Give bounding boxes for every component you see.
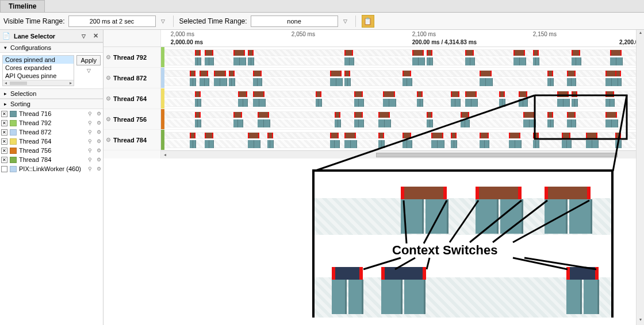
- timeline-event[interactable]: [427, 50, 432, 56]
- timeline-event[interactable]: [509, 133, 520, 138]
- timeline-lane[interactable]: ⚙Thread 792: [103, 47, 644, 68]
- selected-range-dropdown-icon[interactable]: ▽: [342, 17, 350, 25]
- timeline-event[interactable]: [205, 133, 213, 138]
- timeline-event[interactable]: [238, 91, 247, 97]
- checkbox[interactable]: ✕: [1, 120, 7, 126]
- lane-selector-close-icon[interactable]: ✕: [91, 32, 101, 40]
- timeline-event[interactable]: [214, 71, 225, 76]
- timeline-event-child[interactable]: [485, 140, 489, 148]
- timeline-event-child[interactable]: [572, 78, 576, 86]
- timeline-event-child[interactable]: [572, 57, 576, 65]
- checkbox[interactable]: ✕: [1, 157, 7, 163]
- timeline-vertical-scrollbar[interactable]: ▴ ▾: [636, 30, 644, 325]
- timeline-event-child[interactable]: [551, 119, 554, 127]
- timeline-event[interactable]: [233, 112, 242, 118]
- checkbox[interactable]: ✕: [1, 138, 7, 145]
- visible-range-dropdown-icon[interactable]: ▽: [159, 17, 167, 25]
- timeline-horizontal-scrollbar[interactable]: ◂ ▸: [161, 150, 644, 158]
- timeline-event-child[interactable]: [253, 99, 259, 107]
- timeline-event[interactable]: [615, 133, 621, 138]
- thread-list-item[interactable]: PIX::LinkWorker (460)⚲⚙: [0, 164, 103, 173]
- thread-list-item[interactable]: ✕Thread 784⚲⚙: [0, 155, 103, 164]
- timeline-event[interactable]: [229, 71, 235, 76]
- timeline-event-child[interactable]: [330, 78, 336, 86]
- time-ruler[interactable]: 2,000 ms2,000.00 ms2,050 ms2,100 ms200.0…: [103, 30, 644, 47]
- timeline-event[interactable]: [195, 50, 201, 56]
- timeline-event-child[interactable]: [480, 78, 486, 86]
- timeline-event-child[interactable]: [335, 140, 339, 148]
- timeline-event[interactable]: [431, 133, 443, 138]
- timeline-event-child[interactable]: [465, 57, 470, 65]
- timeline-event-child[interactable]: [513, 57, 520, 65]
- selection-section[interactable]: ▸ Selection: [0, 88, 103, 99]
- timeline-event[interactable]: [354, 112, 363, 118]
- timeline-event-child[interactable]: [520, 57, 526, 65]
- checkbox[interactable]: [1, 166, 7, 172]
- timeline-event-child[interactable]: [567, 119, 572, 127]
- timeline-event-child[interactable]: [344, 140, 351, 148]
- timeline-event-child[interactable]: [200, 78, 204, 86]
- timeline-event[interactable]: [354, 91, 363, 97]
- timeline-event[interactable]: [267, 133, 273, 138]
- timeline-event-child[interactable]: [523, 99, 528, 107]
- timeline-event-child[interactable]: [193, 78, 197, 86]
- timeline-event-child[interactable]: [198, 99, 201, 107]
- timeline-event-child[interactable]: [259, 99, 266, 107]
- timeline-event[interactable]: [451, 91, 459, 97]
- timeline-event-child[interactable]: [612, 119, 618, 127]
- timeline-event[interactable]: [258, 112, 269, 118]
- chevron-down-icon[interactable]: ▾: [2, 45, 8, 51]
- timeline-event-child[interactable]: [454, 140, 458, 148]
- config-horizontal-scrollbar[interactable]: ◂▸: [3, 80, 74, 86]
- chevron-right-icon[interactable]: ▸: [2, 101, 8, 107]
- timeline-event[interactable]: [344, 50, 353, 56]
- timeline-event-child[interactable]: [233, 119, 238, 127]
- timeline-event-child[interactable]: [451, 99, 455, 107]
- timeline-event-child[interactable]: [618, 140, 622, 148]
- timeline-event[interactable]: [586, 133, 597, 138]
- config-menu-dropdown-icon[interactable]: ▽: [85, 67, 93, 75]
- timeline-event-child[interactable]: [198, 119, 201, 127]
- timeline-event-child[interactable]: [238, 99, 243, 107]
- gear-icon[interactable]: ⚙: [95, 138, 102, 144]
- thread-list-item[interactable]: ✕Thread 792⚲⚙: [0, 118, 103, 127]
- timeline-event-child[interactable]: [530, 119, 536, 127]
- timeline-event[interactable]: [427, 112, 432, 118]
- scrollbar-thumb[interactable]: [376, 153, 618, 157]
- timeline-event-child[interactable]: [471, 99, 478, 107]
- timeline-event[interactable]: [533, 50, 539, 56]
- timeline-event-child[interactable]: [350, 57, 354, 65]
- timeline-event-child[interactable]: [209, 140, 214, 148]
- apply-button[interactable]: Apply: [76, 55, 101, 65]
- timeline-event[interactable]: [330, 71, 342, 76]
- timeline-event[interactable]: [480, 133, 488, 138]
- timeline-event[interactable]: [523, 112, 535, 118]
- timeline-event[interactable]: [605, 112, 617, 118]
- timeline-event-child[interactable]: [618, 78, 622, 86]
- timeline-event[interactable]: [547, 112, 553, 118]
- timeline-event-child[interactable]: [232, 78, 235, 86]
- timeline-event[interactable]: [567, 71, 576, 76]
- timeline-event-child[interactable]: [412, 57, 419, 65]
- timeline-event-child[interactable]: [419, 57, 425, 65]
- pin-icon[interactable]: ⚲: [87, 148, 93, 153]
- timeline-event-child[interactable]: [336, 78, 343, 86]
- timeline-lane[interactable]: ⚙Thread 756: [103, 109, 644, 130]
- gear-icon[interactable]: ⚙: [95, 148, 102, 153]
- timeline-event[interactable]: [547, 71, 553, 76]
- timeline-event[interactable]: [417, 91, 423, 97]
- timeline-event[interactable]: [253, 71, 262, 76]
- timeline-event-child[interactable]: [605, 78, 612, 86]
- gear-icon[interactable]: ⚙: [106, 95, 111, 102]
- timeline-event-child[interactable]: [205, 140, 209, 148]
- timeline-event[interactable]: [557, 91, 569, 97]
- timeline-event-child[interactable]: [389, 99, 396, 107]
- timeline-lane[interactable]: ⚙Thread 872: [103, 68, 644, 88]
- pin-icon[interactable]: ⚲: [87, 157, 93, 162]
- timeline-event-child[interactable]: [465, 119, 470, 127]
- timeline-event-child[interactable]: [330, 140, 335, 148]
- gear-icon[interactable]: ⚙: [95, 157, 102, 162]
- timeline-event-child[interactable]: [407, 140, 412, 148]
- timeline-event[interactable]: [344, 133, 356, 138]
- timeline-event[interactable]: [200, 71, 208, 76]
